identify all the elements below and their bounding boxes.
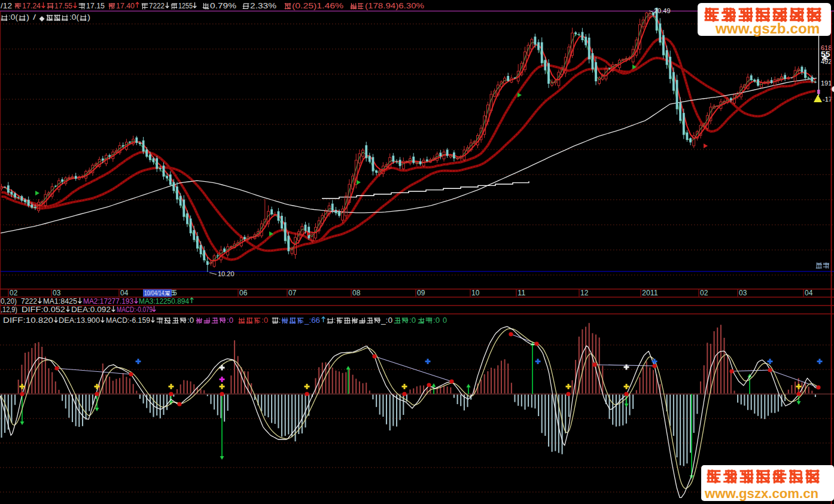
svg-text:(0.25)1.46%: (0.25)1.46% xyxy=(292,2,343,10)
svg-text:): ) xyxy=(26,13,29,22)
svg-text::0: :0 xyxy=(261,316,268,325)
svg-text:0.79%: 0.79% xyxy=(210,2,236,10)
svg-text:DEA:13.900: DEA:13.900 xyxy=(59,316,100,325)
svg-text::0(: :0( xyxy=(69,13,79,22)
svg-text:0,20): 0,20) xyxy=(1,297,17,306)
svg-text:04: 04 xyxy=(120,289,129,297)
svg-text:04: 04 xyxy=(805,289,813,297)
svg-text:03: 03 xyxy=(53,289,61,297)
svg-text:MA3:12250.894: MA3:12250.894 xyxy=(139,297,189,306)
svg-text:492: 492 xyxy=(821,58,832,65)
svg-text:09: 09 xyxy=(417,289,425,297)
svg-text:10.20: 10.20 xyxy=(218,270,235,277)
svg-text:12: 12 xyxy=(580,289,589,297)
svg-text:02: 02 xyxy=(10,289,18,297)
svg-text:DIFF:10.820: DIFF:10.820 xyxy=(3,316,53,325)
svg-text:10/04/14,: 10/04/14, xyxy=(144,289,166,297)
svg-text:1255: 1255 xyxy=(178,2,193,10)
svg-text:): ) xyxy=(87,13,90,22)
svg-text:07: 07 xyxy=(288,289,297,297)
svg-text:(178.94)6.30%: (178.94)6.30% xyxy=(365,2,424,10)
svg-text::0: :0 xyxy=(227,316,233,325)
svg-text:MA1:8425: MA1:8425 xyxy=(43,297,77,306)
svg-text:-17: -17 xyxy=(823,96,832,103)
svg-text:5: 5 xyxy=(173,289,177,297)
svg-text:MA2:17277.193: MA2:17277.193 xyxy=(83,297,133,306)
svg-text:7222: 7222 xyxy=(21,297,37,306)
svg-text:10: 10 xyxy=(471,289,480,297)
svg-text:7222: 7222 xyxy=(149,2,165,10)
svg-text::0: :0 xyxy=(409,316,416,325)
svg-text:55: 55 xyxy=(821,50,830,59)
svg-text:0: 0 xyxy=(443,316,447,325)
svg-text::0: :0 xyxy=(187,316,194,325)
svg-text:03: 03 xyxy=(739,289,747,297)
svg-text:/12: /12 xyxy=(1,2,12,10)
svg-text:17.55: 17.55 xyxy=(54,2,72,10)
svg-text:2.33%: 2.33% xyxy=(250,2,276,10)
svg-text:191: 191 xyxy=(821,80,832,87)
svg-text::: : xyxy=(334,316,336,325)
svg-text:_:0: _:0 xyxy=(381,316,393,325)
svg-text:20.49: 20.49 xyxy=(654,7,671,14)
svg-text:MACD:-0.079: MACD:-0.079 xyxy=(117,306,153,314)
svg-text:DIFF:0.052: DIFF:0.052 xyxy=(22,306,65,314)
svg-text::: : xyxy=(279,316,281,325)
svg-text:_:66: _:66 xyxy=(304,316,320,325)
svg-text:17.40: 17.40 xyxy=(116,2,135,10)
svg-text:DEA:0.092: DEA:0.092 xyxy=(71,306,111,314)
svg-text:06: 06 xyxy=(239,289,248,297)
svg-text:17.15: 17.15 xyxy=(86,2,105,10)
svg-text:02: 02 xyxy=(700,289,708,297)
svg-text:MACD:-6.159: MACD:-6.159 xyxy=(106,316,150,325)
svg-text:2011: 2011 xyxy=(642,289,658,297)
svg-text::0(: :0( xyxy=(8,13,18,22)
svg-text:,12,9): ,12,9) xyxy=(1,306,17,314)
svg-text::0: :0 xyxy=(433,316,440,325)
svg-text:www.gszb.com: www.gszb.com xyxy=(715,20,820,36)
svg-text:08: 08 xyxy=(352,289,361,297)
svg-text:www.gszx.com.cn: www.gszx.com.cn xyxy=(704,486,818,501)
svg-text:17.24: 17.24 xyxy=(22,2,41,10)
svg-text:11: 11 xyxy=(518,289,526,297)
